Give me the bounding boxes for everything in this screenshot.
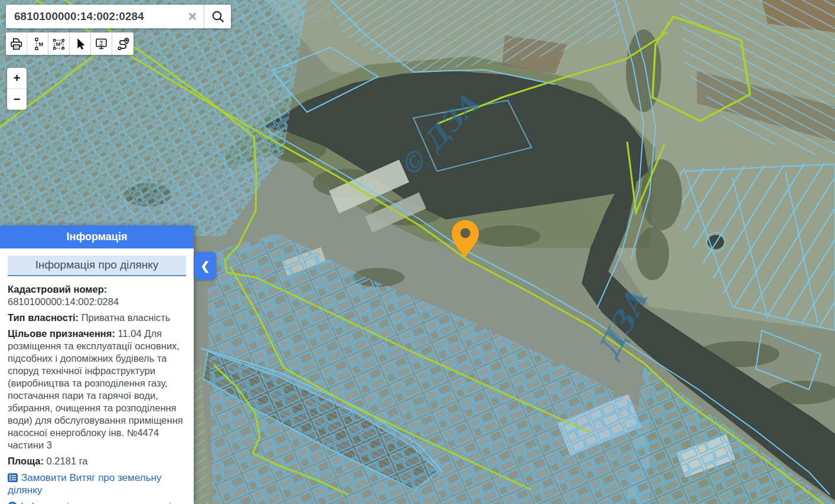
section-title: Інформація про ділянку — [8, 256, 186, 276]
svg-text:M²: M² — [56, 41, 62, 47]
cursor-icon — [73, 37, 87, 51]
help-monitor-icon: ? — [94, 37, 109, 51]
print-button[interactable] — [6, 32, 27, 55]
clear-icon[interactable]: ✕ — [181, 5, 204, 28]
svg-text:?: ? — [99, 39, 103, 45]
zoom-controls: + − — [7, 68, 27, 110]
measure-area-button[interactable]: M² — [48, 32, 70, 55]
panel-body: Інформація про ділянку Кадастровий номер… — [0, 248, 194, 504]
info-panel: Інформація Інформація про ділянку Кадаст… — [0, 225, 194, 504]
info-icon — [8, 502, 17, 504]
route-button[interactable] — [112, 32, 133, 55]
field-value: 0.2181 га — [47, 456, 88, 466]
zoom-in-button[interactable]: + — [7, 68, 27, 89]
map-toolbar: M M² ? — [6, 32, 133, 55]
field-cadastral-number: Кадастровий номер: 6810100000:14:002:028… — [8, 283, 186, 308]
search-icon — [211, 9, 225, 24]
measure-area-icon: M² — [51, 37, 66, 51]
link-order-extract[interactable]: Замовити Витяг про земельну ділянку — [8, 472, 186, 496]
field-value: Приватна власність — [81, 312, 171, 323]
field-label: Площа: — [8, 456, 44, 466]
search-bar: ✕ — [6, 5, 231, 28]
field-designated-purpose: Цільове призначення: 11.04 Для розміщенн… — [8, 328, 186, 451]
select-cursor-button[interactable] — [70, 32, 91, 55]
link-ownership-info[interactable]: Інформація про право власності та речові… — [8, 500, 186, 504]
field-value: 11.04 Для розміщення та експлуатації осн… — [8, 328, 183, 450]
field-ownership-type: Тип власності: Приватна власність — [8, 312, 186, 324]
field-area: Площа: 0.2181 га — [8, 455, 186, 467]
measure-length-button[interactable]: M — [27, 32, 48, 55]
printer-icon — [9, 37, 24, 51]
link-text: Інформація про право власності та речові… — [8, 501, 184, 504]
search-button[interactable] — [204, 5, 231, 28]
document-icon — [8, 473, 18, 482]
measure-length-icon: M — [30, 37, 45, 51]
help-button[interactable]: ? — [91, 32, 112, 55]
svg-text:M: M — [39, 41, 44, 47]
zoom-out-button[interactable]: − — [7, 89, 27, 110]
search-input[interactable] — [6, 5, 181, 28]
link-text: Замовити Витяг про земельну ділянку — [8, 472, 161, 496]
collapse-icon: ❮ — [201, 260, 210, 272]
route-icon — [116, 37, 131, 51]
field-label: Тип власності: — [8, 312, 79, 323]
cadastral-map-app: © ДЗА ДЗА ✕ — [0, 0, 835, 504]
panel-title: Інформація — [0, 225, 194, 248]
field-label: Кадастровий номер: — [8, 283, 186, 296]
field-label: Цільове призначення: — [8, 328, 115, 339]
panel-collapse-button[interactable]: ❮ — [194, 252, 216, 280]
field-value: 6810100000:14:002:0284 — [8, 296, 186, 308]
